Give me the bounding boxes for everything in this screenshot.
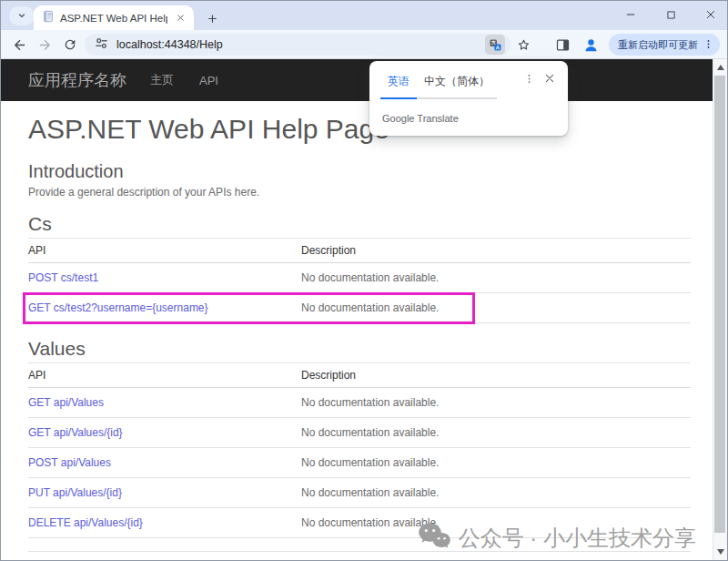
table-row: GET api/Values/{id} No documentation ava…	[28, 418, 691, 448]
side-panel-icon[interactable]	[552, 35, 572, 55]
scroll-up-icon[interactable]	[717, 65, 724, 70]
forward-icon[interactable]	[35, 36, 54, 54]
page-title: ASP.NET Web API Help Page	[28, 114, 691, 145]
maximize-icon[interactable]	[662, 5, 680, 24]
api-link[interactable]: POST api/Values	[28, 456, 111, 469]
page-content: ASP.NET Web API Help Page Introduction P…	[1, 114, 713, 560]
translate-close-icon[interactable]	[539, 72, 557, 87]
api-link[interactable]: POST cs/test1	[28, 271, 98, 284]
scroll-down-icon[interactable]	[717, 549, 724, 555]
translate-menu-icon[interactable]	[520, 72, 539, 88]
browser-menu-icon[interactable]	[703, 38, 714, 52]
table-header: API Description	[28, 363, 691, 388]
column-header-description: Description	[301, 244, 691, 257]
api-description: No documentation available.	[301, 456, 691, 469]
tab-close-icon[interactable]	[173, 11, 187, 26]
api-description: No documentation available.	[301, 486, 691, 499]
table-row: POST cs/test1 No documentation available…	[28, 263, 691, 293]
back-icon[interactable]	[10, 36, 28, 54]
web-page: 应用程序名称 主页 API ASP.NET Web API Help Page …	[1, 59, 713, 560]
column-header-description: Description	[301, 369, 691, 382]
profile-avatar-icon[interactable]	[581, 35, 601, 55]
google-translate-brand: Google Translate	[380, 99, 557, 136]
translate-icon[interactable]	[485, 35, 505, 55]
table-header: API Description	[28, 239, 691, 263]
close-window-icon[interactable]	[702, 5, 720, 24]
minimize-icon[interactable]	[622, 5, 640, 24]
section-heading-values: Values	[28, 338, 691, 363]
api-link[interactable]: GET api/Values/{id}	[28, 426, 123, 439]
tab-search-button[interactable]	[9, 6, 35, 26]
toolbar-right-cluster: 重新启动即可更新	[485, 34, 720, 56]
browser-toolbar: localhost:44348/Help 重新启动即可更新	[1, 30, 727, 59]
api-description: No documentation available.	[301, 396, 691, 409]
browser-window: ASP.NET Web API Help Page	[0, 0, 728, 561]
api-link[interactable]: PUT api/Values/{id}	[28, 486, 122, 499]
column-header-api: API	[28, 369, 301, 382]
table-row-highlighted: GET cs/test2?username={username} No docu…	[28, 293, 691, 323]
table-row: PUT api/Values/{id} No documentation ava…	[28, 478, 691, 508]
translate-tabs: 英语 中文（简体）	[380, 72, 557, 99]
tab-title: ASP.NET Web API Help Page	[60, 13, 167, 24]
api-link[interactable]: DELETE api/Values/{id}	[28, 516, 143, 529]
introduction-heading: Introduction	[28, 161, 691, 182]
introduction-text: Provide a general description of your AP…	[28, 186, 691, 199]
watermark-text: 公众号 · 小小生技术分享	[459, 524, 696, 553]
navbar-link-home[interactable]: 主页	[150, 72, 174, 88]
section-heading-cs: Cs	[28, 213, 691, 239]
url-text: localhost:44348/Help	[116, 38, 223, 51]
window-controls	[622, 4, 720, 26]
browser-tab[interactable]: ASP.NET Web API Help Page	[34, 5, 194, 30]
navbar-brand[interactable]: 应用程序名称	[28, 69, 126, 91]
address-bar[interactable]: localhost:44348/Help	[85, 34, 511, 56]
api-link[interactable]: GET api/Values	[28, 396, 104, 409]
api-description: No documentation available.	[301, 426, 691, 439]
api-description: No documentation available.	[301, 301, 691, 314]
update-chip-button[interactable]: 重新启动即可更新	[609, 34, 720, 56]
table-row: GET api/Values No documentation availabl…	[28, 388, 691, 418]
watermark: 公众号 · 小小生技术分享	[418, 522, 696, 555]
google-translate-popup: 英语 中文（简体） Google Translate	[369, 61, 568, 136]
column-header-api: API	[28, 244, 301, 257]
new-tab-button[interactable]	[201, 7, 223, 29]
update-chip-label: 重新启动即可更新	[618, 38, 698, 52]
site-navbar: 应用程序名称 主页 API	[1, 59, 713, 101]
bookmark-star-icon[interactable]	[513, 35, 533, 55]
translate-tab-chinese[interactable]: 中文（简体）	[417, 72, 497, 99]
favicon-icon	[42, 10, 55, 26]
page-scrollbar	[713, 59, 727, 560]
scrollbar-thumb[interactable]	[714, 76, 725, 533]
site-settings-icon[interactable]	[95, 36, 108, 54]
api-description: No documentation available.	[301, 271, 691, 284]
navbar-link-api[interactable]: API	[199, 74, 218, 87]
tab-strip: ASP.NET Web API Help Page	[1, 1, 727, 30]
wechat-icon	[418, 522, 450, 555]
reload-icon[interactable]	[61, 36, 79, 54]
api-link[interactable]: GET cs/test2?username={username}	[28, 301, 208, 314]
translate-tab-english[interactable]: 英语	[380, 72, 417, 99]
table-row: POST api/Values No documentation availab…	[28, 448, 691, 478]
chevron-down-icon	[16, 8, 27, 25]
